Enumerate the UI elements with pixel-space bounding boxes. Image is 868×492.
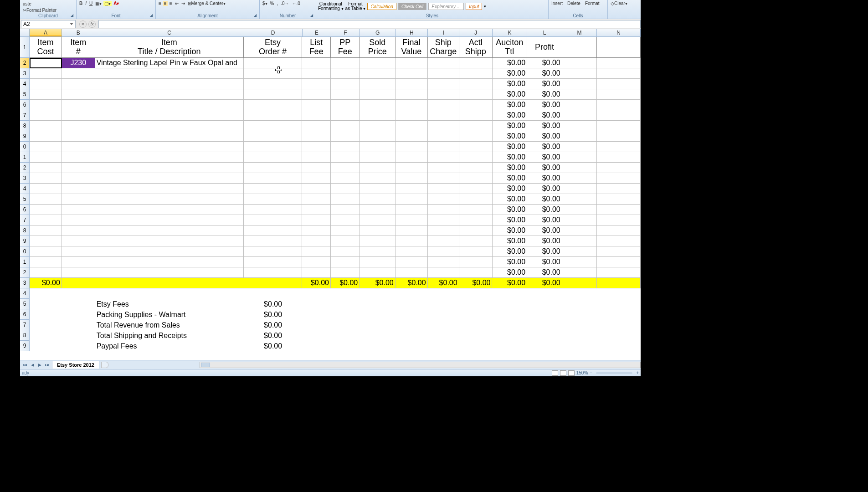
cell[interactable]: [360, 131, 395, 142]
cell[interactable]: [30, 320, 62, 330]
cell[interactable]: [459, 246, 493, 257]
cell[interactable]: [95, 184, 244, 194]
tab-next-icon[interactable]: ▶: [36, 362, 43, 368]
cell-D2[interactable]: [244, 58, 302, 68]
cell[interactable]: [459, 267, 493, 278]
cell[interactable]: [395, 226, 428, 236]
cell[interactable]: [493, 330, 528, 341]
cell[interactable]: [562, 205, 597, 215]
cell[interactable]: [395, 320, 428, 330]
cell[interactable]: [597, 288, 641, 299]
cell[interactable]: [360, 299, 395, 309]
cell[interactable]: [597, 173, 641, 184]
row-header[interactable]: 2: [20, 163, 30, 173]
cell[interactable]: [597, 142, 641, 152]
cell[interactable]: [244, 131, 302, 142]
cell[interactable]: [459, 320, 493, 330]
cell[interactable]: [95, 163, 244, 173]
cell[interactable]: [244, 100, 302, 110]
cell[interactable]: [244, 226, 302, 236]
cell[interactable]: [395, 142, 428, 152]
cell[interactable]: [30, 236, 62, 246]
cell[interactable]: [360, 184, 395, 194]
cell[interactable]: $0.00: [493, 110, 528, 121]
clear-button[interactable]: ◇ Clear ▾: [610, 1, 628, 6]
cell[interactable]: [562, 246, 597, 257]
cell[interactable]: [459, 79, 493, 89]
cell[interactable]: [428, 257, 459, 267]
row-header[interactable]: 8: [20, 121, 30, 131]
cell[interactable]: $0.00: [527, 152, 562, 163]
cell[interactable]: [562, 131, 597, 142]
align-left-button[interactable]: ≡: [158, 1, 162, 6]
cell[interactable]: [30, 205, 62, 215]
cell[interactable]: [62, 236, 95, 246]
cell-C2[interactable]: Vintage Sterling Lapel Pin w Faux Opal a…: [95, 58, 244, 68]
cell[interactable]: [562, 194, 597, 205]
cell[interactable]: [360, 100, 395, 110]
cell[interactable]: [395, 100, 428, 110]
col-header-N[interactable]: N: [597, 29, 641, 36]
cell[interactable]: [597, 236, 641, 246]
cell[interactable]: [459, 89, 493, 100]
cell[interactable]: [459, 299, 493, 309]
total-cell[interactable]: $0.00: [302, 278, 331, 288]
cell[interactable]: [30, 341, 62, 351]
cell[interactable]: [459, 121, 493, 131]
cell[interactable]: [459, 184, 493, 194]
cell-A2-selected[interactable]: [30, 58, 62, 68]
cell[interactable]: [459, 131, 493, 142]
cell[interactable]: [493, 309, 528, 320]
row-header[interactable]: 9: [20, 236, 30, 246]
col-header-M[interactable]: M: [562, 29, 597, 36]
cell[interactable]: [360, 163, 395, 173]
cell[interactable]: [395, 288, 428, 299]
cell[interactable]: [244, 236, 302, 246]
row-header[interactable]: 7: [20, 320, 30, 330]
cell[interactable]: [395, 152, 428, 163]
cell[interactable]: [30, 173, 62, 184]
cell[interactable]: [244, 142, 302, 152]
cell[interactable]: [331, 142, 360, 152]
cell[interactable]: $0.00: [493, 205, 528, 215]
summary-value[interactable]: $0.00: [244, 309, 302, 320]
cell[interactable]: [562, 215, 597, 226]
font-launcher-icon[interactable]: ◢: [150, 13, 154, 18]
cell[interactable]: [597, 68, 641, 79]
cell[interactable]: [493, 320, 528, 330]
comma-button[interactable]: ,: [276, 1, 279, 6]
cell[interactable]: [459, 142, 493, 152]
italic-button[interactable]: I: [84, 1, 87, 6]
cell[interactable]: [95, 288, 244, 299]
cell[interactable]: $0.00: [527, 68, 562, 79]
cell[interactable]: [597, 58, 641, 68]
col-header-L[interactable]: L: [527, 29, 562, 36]
row-header[interactable]: 8: [20, 226, 30, 236]
cell[interactable]: [395, 68, 428, 79]
cell[interactable]: [562, 100, 597, 110]
cell[interactable]: [62, 330, 95, 341]
cell[interactable]: [302, 320, 331, 330]
cell[interactable]: [302, 163, 331, 173]
cell[interactable]: $0.00: [527, 89, 562, 100]
cell[interactable]: $0.00: [493, 236, 528, 246]
cell[interactable]: [331, 110, 360, 121]
cell[interactable]: [459, 173, 493, 184]
cell[interactable]: [302, 110, 331, 121]
summary-value[interactable]: $0.00: [244, 299, 302, 309]
cell[interactable]: [428, 215, 459, 226]
cell[interactable]: [360, 341, 395, 351]
cell[interactable]: [395, 215, 428, 226]
cell[interactable]: [331, 58, 360, 68]
cell[interactable]: [302, 121, 331, 131]
style-input-button[interactable]: Input: [466, 3, 482, 10]
cell[interactable]: [428, 288, 459, 299]
insert-function-icon[interactable]: fx: [88, 20, 96, 28]
cell[interactable]: [62, 246, 95, 257]
cell[interactable]: [597, 79, 641, 89]
cell[interactable]: [30, 267, 62, 278]
cell[interactable]: [428, 163, 459, 173]
cell[interactable]: [62, 121, 95, 131]
cell[interactable]: [562, 236, 597, 246]
row-header[interactable]: 2: [20, 58, 30, 68]
